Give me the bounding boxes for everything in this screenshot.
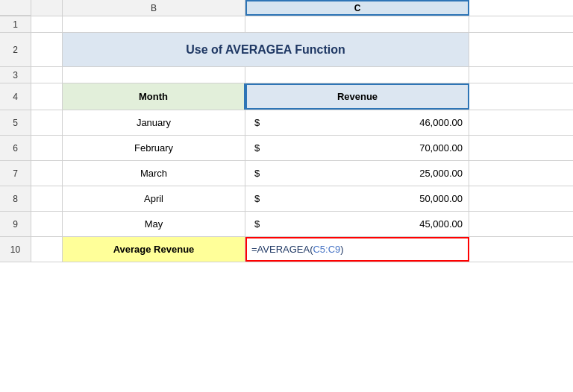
spreadsheet-title: Use of AVERAGEA Function <box>63 33 469 66</box>
row-10: 10 Average Revenue =AVERAGEA(C5:C9) <box>0 237 573 262</box>
row-1: 1 <box>0 16 573 33</box>
cell-b8[interactable]: April <box>63 186 245 211</box>
rows-container: 1 2 Use of AVERAGEA Function 3 4 Month <box>0 16 573 392</box>
row-3: 3 <box>0 67 573 83</box>
row-num-3: 3 <box>0 67 31 83</box>
cell-a5[interactable] <box>31 110 63 135</box>
spreadsheet: B C 1 2 Use of AVERAGEA Function 3 <box>0 0 573 392</box>
cell-a4[interactable] <box>31 83 63 110</box>
cell-a9[interactable] <box>31 212 63 236</box>
col-header-b[interactable]: B <box>63 0 245 16</box>
cell-c10-formula[interactable]: =AVERAGEA(C5:C9) <box>245 237 469 262</box>
row-num-9: 9 <box>0 212 31 236</box>
row-num-2: 2 <box>0 33 31 66</box>
cell-a10[interactable] <box>31 237 63 262</box>
cell-a8[interactable] <box>31 186 63 211</box>
row-num-1: 1 <box>0 16 31 32</box>
cell-a6[interactable] <box>31 136 63 160</box>
row-2: 2 Use of AVERAGEA Function <box>0 33 573 67</box>
cell-c6[interactable]: $ 70,000.00 <box>245 136 469 160</box>
cell-b3[interactable] <box>63 67 245 83</box>
cell-b10-avg-label[interactable]: Average Revenue <box>63 237 245 262</box>
row-5: 5 January $ 46,000.00 <box>0 110 573 136</box>
formula-suffix: ) <box>340 244 343 255</box>
cell-c9[interactable]: $ 45,000.00 <box>245 212 469 236</box>
row-6: 6 February $ 70,000.00 <box>0 136 573 161</box>
formula-prefix: =AVERAGEA( <box>251 244 313 255</box>
cell-b5[interactable]: January <box>63 110 245 135</box>
cell-c1[interactable] <box>245 16 469 32</box>
cell-a7[interactable] <box>31 161 63 186</box>
formula-range: C5:C9 <box>313 244 340 255</box>
cell-b9[interactable]: May <box>63 212 245 236</box>
cell-a1[interactable] <box>31 16 63 32</box>
row-num-5: 5 <box>0 110 31 135</box>
cell-b4-header[interactable]: Month <box>63 83 245 110</box>
corner-header <box>0 0 31 16</box>
col-header-a[interactable] <box>31 0 63 16</box>
col-header-c[interactable]: C <box>245 0 469 16</box>
row-num-6: 6 <box>0 136 31 160</box>
cell-c3[interactable] <box>245 67 469 83</box>
cell-a3[interactable] <box>31 67 63 83</box>
row-8: 8 April $ 50,000.00 <box>0 186 573 212</box>
column-headers: B C <box>0 0 573 16</box>
row-num-7: 7 <box>0 161 31 186</box>
cell-c7[interactable]: $ 25,000.00 <box>245 161 469 186</box>
cell-b6[interactable]: February <box>63 136 245 160</box>
row-4: 4 Month Revenue <box>0 83 573 110</box>
cell-b7[interactable]: March <box>63 161 245 186</box>
cell-c8[interactable]: $ 50,000.00 <box>245 186 469 211</box>
row-7: 7 March $ 25,000.00 <box>0 161 573 186</box>
row-num-8: 8 <box>0 186 31 211</box>
row-num-4: 4 <box>0 83 31 110</box>
cell-c5[interactable]: $ 46,000.00 <box>245 110 469 135</box>
row-num-10: 10 <box>0 237 31 262</box>
cell-a2[interactable] <box>31 33 63 66</box>
cell-c4-header[interactable]: Revenue <box>245 83 469 110</box>
row-9: 9 May $ 45,000.00 <box>0 212 573 237</box>
cell-b1[interactable] <box>63 16 245 32</box>
